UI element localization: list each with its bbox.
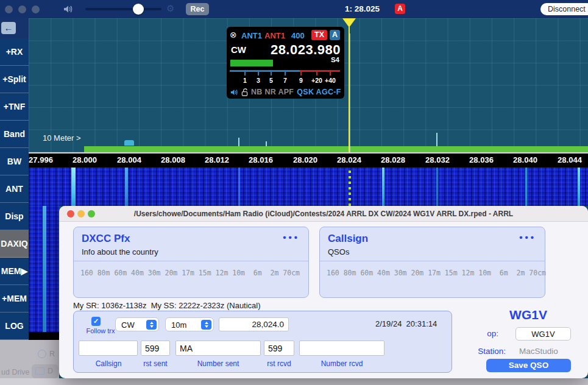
tx-antenna-button[interactable]: ANT1 bbox=[264, 31, 285, 40]
waterfall-streak bbox=[125, 166, 128, 206]
volume-slider-knob[interactable] bbox=[133, 4, 144, 15]
meter-tickmark bbox=[316, 72, 317, 76]
op-field[interactable] bbox=[515, 327, 571, 341]
meter-tickmark bbox=[285, 72, 286, 76]
sidebar-item-ant[interactable]: ANT bbox=[0, 175, 29, 203]
waterfall-streak bbox=[436, 166, 438, 206]
rst-rcvd-field[interactable] bbox=[264, 341, 294, 356]
waterfall-streak bbox=[71, 166, 76, 206]
sidebar-item-split[interactable]: +Split bbox=[0, 66, 29, 93]
number-sent-label: Number sent bbox=[197, 359, 239, 368]
window-zoom-button[interactable] bbox=[32, 5, 40, 13]
frequency-scale[interactable]: 27.996 28.000 28.004 28.008 28.012 28.01… bbox=[29, 152, 588, 168]
follow-trx-checkbox[interactable]: ✓ bbox=[91, 317, 101, 326]
finder-documents-label: D bbox=[48, 367, 53, 375]
callsign-panel-subtitle: QSOs bbox=[328, 247, 349, 256]
record-button[interactable]: Rec bbox=[186, 3, 209, 15]
window-close-button[interactable] bbox=[5, 5, 13, 13]
callsign-field[interactable] bbox=[79, 341, 138, 356]
signal-blob bbox=[124, 140, 134, 146]
close-icon[interactable]: ⊗ bbox=[230, 30, 237, 40]
tx-badge[interactable]: TX bbox=[311, 30, 327, 40]
speaker-icon[interactable] bbox=[63, 4, 73, 14]
meter-tick-label: 9 bbox=[299, 77, 303, 84]
meter-tickmark bbox=[258, 72, 259, 76]
band-select[interactable]: 10m bbox=[165, 317, 214, 331]
sidebar-item-daxiq[interactable]: DAXIQ bbox=[0, 230, 29, 258]
rst-sent-field[interactable] bbox=[141, 341, 170, 356]
freq-tick: 28.000 bbox=[73, 155, 97, 164]
volume-slider[interactable] bbox=[85, 8, 161, 10]
callsign-panel-menu-icon[interactable]: ••• bbox=[519, 232, 536, 242]
sidebar-item-disp[interactable]: Disp bbox=[0, 203, 29, 230]
callsign-label: Callsign bbox=[96, 359, 122, 368]
window-minimize-button[interactable] bbox=[18, 5, 26, 13]
freq-tick: 27.996 bbox=[29, 155, 53, 164]
number-rcvd-label: Number rcvd bbox=[321, 359, 363, 368]
tuning-marker-line bbox=[349, 27, 350, 152]
folder-icon bbox=[35, 367, 44, 375]
waterfall-streak bbox=[238, 166, 240, 206]
dxcc-panel-subtitle: Info about the country bbox=[82, 247, 158, 256]
divider bbox=[74, 261, 308, 261]
meter-tickmark bbox=[300, 72, 302, 76]
slice-letter-badge[interactable]: A bbox=[330, 30, 340, 40]
sidebar-item-log[interactable]: LOG bbox=[0, 313, 29, 340]
dsp-flags-inactive[interactable]: NB NR APF bbox=[251, 88, 294, 96]
active-slice-readout: 1: 28.025 bbox=[345, 4, 380, 13]
meter-tick-label: 3 bbox=[257, 77, 260, 84]
frequency-field[interactable] bbox=[219, 317, 289, 331]
number-rcvd-field[interactable] bbox=[299, 341, 384, 356]
number-sent-field[interactable] bbox=[175, 341, 261, 356]
sidebar-item-mem[interactable]: MEM▶ bbox=[0, 258, 29, 285]
sidebar-button-list: +RX +Split +TNF Band BW ANT Disp DAXIQ M… bbox=[0, 38, 29, 340]
audio-mute-icon[interactable] bbox=[230, 88, 238, 96]
meter-tickmark bbox=[330, 72, 331, 76]
freq-tick: 28.032 bbox=[425, 155, 450, 164]
disconnect-button[interactable]: Disconnect bbox=[540, 3, 588, 15]
freq-tick: 28.008 bbox=[161, 155, 185, 164]
station-callsign-heading: WG1V bbox=[480, 308, 577, 322]
qso-datetime: 2/19/24 20:31:14 bbox=[375, 319, 437, 328]
meter-tick-label: +40 bbox=[325, 77, 336, 84]
waterfall-display[interactable] bbox=[29, 166, 588, 206]
rst-rcvd-label: rst rcvd bbox=[267, 359, 291, 368]
freq-tick: 28.016 bbox=[249, 155, 273, 164]
mode-select[interactable]: CW bbox=[115, 317, 159, 331]
station-value: MacStudio bbox=[519, 347, 558, 356]
meter-tick-label: 7 bbox=[283, 77, 287, 84]
collapse-sidebar-button[interactable]: ← bbox=[1, 22, 16, 34]
dsp-flags-active[interactable]: QSK AGC-F bbox=[297, 88, 341, 96]
sidebar-item-bw[interactable]: BW bbox=[0, 148, 29, 175]
freq-tick: 28.020 bbox=[293, 155, 317, 164]
stepper-icon[interactable] bbox=[201, 320, 211, 330]
gear-icon[interactable]: ⚙ bbox=[166, 3, 174, 14]
tuning-marker-handle[interactable] bbox=[342, 18, 356, 27]
s-meter-scale-low bbox=[230, 70, 300, 72]
sidebar-item-tnf[interactable]: +TNF bbox=[0, 93, 29, 121]
qso-entry-box: ✓ Follow trx CW 10m 2/19/24 20:31:14 Cal… bbox=[73, 311, 452, 373]
log-window-titlebar[interactable]: /Users/chowe/Documents/Ham Radio (iCloud… bbox=[59, 206, 588, 222]
mode-display[interactable]: CW bbox=[231, 44, 246, 55]
dxcc-panel-menu-icon[interactable]: ••• bbox=[283, 232, 300, 242]
callsign-panel: Callsign ••• QSOs 160 80m 60m 40m 30m 20… bbox=[319, 227, 545, 298]
dxcc-panel-title: DXCC Pfx bbox=[82, 233, 130, 245]
save-qso-button[interactable]: Save QSO bbox=[486, 359, 571, 372]
rx-antenna-button[interactable]: ANT1 bbox=[241, 31, 262, 40]
sidebar-item-add-mem[interactable]: +MEM bbox=[0, 285, 29, 313]
stepper-icon[interactable] bbox=[146, 320, 157, 330]
logging-window: /Users/chowe/Documents/Ham Radio (iCloud… bbox=[59, 206, 588, 378]
s-meter-scale-high bbox=[300, 70, 340, 72]
sunrise-sunset-info: My SR: 1036z-1138z My SS: 2222z-2323z (N… bbox=[73, 301, 261, 310]
meter-tick-label: 5 bbox=[269, 77, 273, 84]
signal-spike bbox=[266, 141, 267, 146]
sidebar-item-add-rx[interactable]: +RX bbox=[0, 38, 29, 66]
slice-a-badge: A bbox=[395, 4, 405, 14]
freq-tick: 28.028 bbox=[381, 155, 405, 164]
sidebar-item-band[interactable]: Band bbox=[0, 121, 29, 148]
app-titlebar: ⚙ Rec 1: 28.025 A Disconnect bbox=[0, 0, 588, 18]
waterfall-streak bbox=[578, 166, 580, 206]
unlock-icon[interactable] bbox=[241, 88, 248, 96]
frequency-display[interactable]: 28.023.980 bbox=[271, 42, 341, 58]
power-level[interactable]: 400 bbox=[291, 31, 305, 40]
